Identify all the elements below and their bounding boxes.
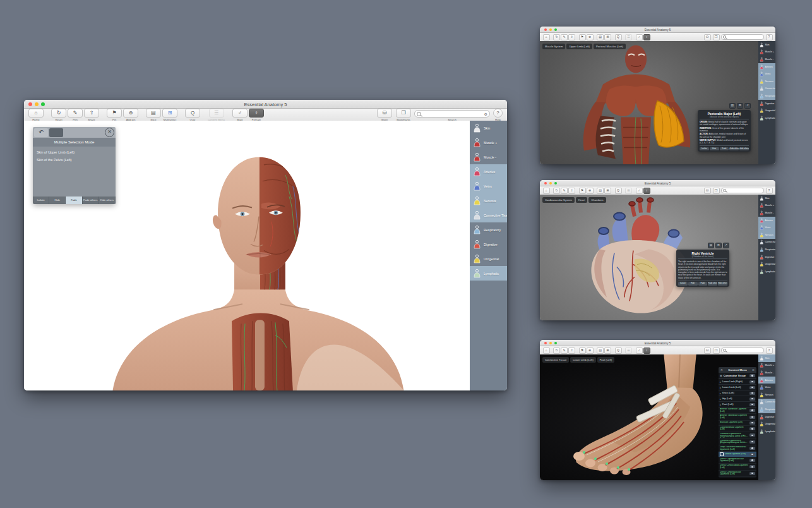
breadcrumb-tag[interactable]: Cardiovascular System: [542, 197, 575, 203]
content-menu-item[interactable]: Anterior Talofibular Ligament (Left): [719, 408, 756, 414]
content-menu-item[interactable]: Deep Transverse Metatarsal Ligaments (Le…: [719, 445, 756, 452]
anatomy-3d-viewport[interactable]: Connective TissueLower Limb (Left)Foot (…: [540, 354, 758, 480]
system-button[interactable]: Nervous: [758, 231, 775, 239]
toolbar-button[interactable]: ⇧: [568, 348, 575, 354]
content-menu-item[interactable]: Collateral Ligaments of Metatarsophalang…: [719, 439, 756, 445]
visibility-toggle[interactable]: [749, 397, 755, 401]
popup-action-button[interactable]: Isolate: [678, 282, 688, 286]
help-button[interactable]: ?: [766, 34, 773, 40]
selection-tab[interactable]: [49, 128, 63, 137]
breadcrumb-tag[interactable]: Chambers: [588, 197, 606, 203]
system-button[interactable]: Digestive: [470, 237, 507, 251]
system-button[interactable]: Digestive: [758, 253, 775, 261]
toolbar-button[interactable]: ▤: [597, 348, 604, 354]
toolbar-button[interactable]: ⊕: [587, 188, 594, 194]
visibility-toggle[interactable]: [749, 374, 755, 377]
visibility-toggle[interactable]: [749, 440, 755, 444]
close-panel-button[interactable]: ✕: [105, 128, 114, 137]
system-button[interactable]: Lymphatic: [758, 268, 775, 275]
content-menu-item[interactable]: Bifurcate Ligament (Left): [719, 421, 756, 426]
popup-control-icon[interactable]: ⊞: [737, 103, 743, 109]
popup-action-button[interactable]: Hide: [688, 282, 698, 286]
toolbar-button[interactable]: ↻: [553, 188, 560, 194]
visibility-toggle[interactable]: [749, 416, 755, 419]
pin-icon[interactable]: ⊙: [751, 368, 755, 372]
content-menu-root[interactable]: ▦ Connective Tissue: [719, 373, 756, 379]
popup-control-icon[interactable]: ▤: [708, 243, 714, 248]
gear-icon[interactable]: ⚙: [484, 112, 487, 116]
popup-control-icon[interactable]: ↗: [723, 243, 729, 248]
popup-action-button[interactable]: Fade others: [729, 147, 739, 151]
content-menu-group[interactable]: ▸ Lower Limb (Right): [719, 379, 756, 385]
store-button[interactable]: ⛁: [704, 348, 711, 354]
system-button[interactable]: Nervous: [470, 193, 507, 208]
selection-action-button[interactable]: Isolate: [33, 197, 49, 204]
content-menu-group[interactable]: ▸ Lower Limb (Left): [719, 385, 756, 390]
anatomy-3d-viewport[interactable]: ↶ ✕ Multiple Selection Mode Skin of Uppe…: [24, 121, 470, 390]
system-button[interactable]: Connective Tissue: [758, 239, 775, 246]
system-button[interactable]: Urogenital: [758, 107, 775, 114]
toolbar-button[interactable]: ♂: [636, 348, 643, 354]
selection-action-button[interactable]: Fade: [66, 197, 82, 204]
system-button[interactable]: Digestive: [758, 100, 775, 107]
system-button[interactable]: Urogenital: [758, 260, 775, 268]
toolbar-button[interactable]: ▤: [597, 188, 604, 194]
system-button[interactable]: Muscle -: [758, 209, 775, 217]
system-button[interactable]: Connective Tissue: [758, 399, 775, 406]
system-button[interactable]: Respiratory: [758, 406, 775, 413]
popup-action-button[interactable]: Hide others: [739, 147, 749, 151]
toolbar-button[interactable]: ⌂: [543, 34, 550, 40]
titlebar[interactable]: Essential Anatomy 5: [540, 180, 775, 186]
system-button[interactable]: Veins: [470, 179, 507, 193]
toolbar-button[interactable]: ♀: [643, 188, 650, 194]
breadcrumb-tag[interactable]: Muscle System: [542, 44, 565, 49]
system-button[interactable]: Respiratory: [470, 222, 507, 237]
store-button[interactable]: ⛁: [704, 34, 711, 40]
system-button[interactable]: Urogenital: [758, 420, 775, 428]
toolbar-button[interactable]: ⚑: [579, 348, 586, 354]
undo-button[interactable]: ↶: [34, 128, 48, 137]
toolbar-button[interactable]: ⊞: [604, 34, 611, 40]
system-button[interactable]: Muscle -: [758, 369, 775, 377]
popup-control-icon[interactable]: ↗: [744, 103, 751, 109]
toolbar-button[interactable]: ♂: [636, 34, 643, 40]
popup-action-button[interactable]: Fade: [698, 282, 708, 286]
toolbar-button[interactable]: ⊕: [587, 348, 594, 354]
toolbar-button[interactable]: ⌂ Home: [28, 109, 44, 121]
system-button[interactable]: Skin: [470, 121, 507, 135]
toolbar-button[interactable]: ▤ Slice: [146, 109, 161, 121]
toolbar-button[interactable]: ⊞ Multiselect: [162, 109, 177, 121]
content-menu-item[interactable]: Dorsal Cuneonavicular Ligaments (Left): [719, 471, 756, 477]
search-box[interactable]: [721, 34, 764, 40]
system-button[interactable]: Veins: [758, 70, 775, 78]
toolbar-button[interactable]: ⌂: [543, 188, 550, 194]
toolbar-button[interactable]: ✎: [561, 34, 568, 40]
breadcrumb-tag[interactable]: Lower Limb (Left): [570, 357, 596, 363]
visibility-toggle[interactable]: [749, 392, 755, 395]
toolbar-button[interactable]: Q: [615, 188, 622, 194]
system-button[interactable]: Veins: [758, 224, 775, 231]
system-button[interactable]: Muscle +: [758, 202, 775, 210]
breadcrumb-tag[interactable]: Upper Limb (Left): [566, 44, 592, 49]
toolbar-button[interactable]: ▤: [597, 34, 604, 40]
content-menu-list[interactable]: ▦ Connective Tissue ▸ Lower Limb (Right)…: [719, 373, 756, 478]
system-button[interactable]: Arteries: [758, 63, 775, 71]
toolbar-button[interactable]: ↻: [553, 34, 560, 40]
toolbar-button[interactable]: ☰ Content Menu: [208, 109, 225, 121]
anatomy-3d-viewport[interactable]: Cardiovascular SystemHeartChambers ▤⊞↗ R…: [540, 195, 758, 320]
help-button[interactable]: ?: [766, 188, 773, 194]
toolbar-button[interactable]: ✎ Pen: [68, 109, 83, 121]
toolbar-button[interactable]: ⌂: [543, 348, 550, 354]
system-button[interactable]: Nervous: [758, 391, 775, 399]
visibility-toggle[interactable]: [749, 380, 755, 384]
system-button[interactable]: Skin: [758, 354, 775, 362]
toolbar-button[interactable]: Q Quiz: [185, 109, 200, 121]
content-menu-item[interactable]: Collateral Ligaments of Interphalangeal …: [719, 432, 756, 438]
search-box[interactable]: [721, 348, 764, 353]
visibility-toggle[interactable]: [749, 453, 755, 456]
content-menu-item[interactable]: Deltoid Ligament (Left): [719, 452, 756, 457]
selection-action-button[interactable]: Hide: [49, 197, 66, 204]
titlebar[interactable]: Essential Anatomy 5: [540, 340, 775, 346]
toolbar-button[interactable]: ↻: [553, 348, 560, 354]
system-button[interactable]: Muscle +: [758, 362, 775, 370]
